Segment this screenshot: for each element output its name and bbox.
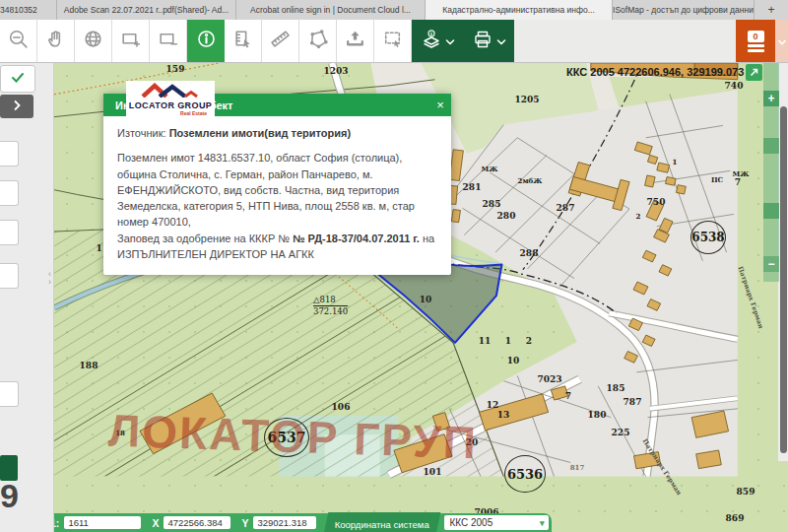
left-panel-partial: 9 ‹› <box>0 63 54 532</box>
x-value: 4722566.384 <box>167 517 222 528</box>
x-label: X <box>152 517 159 529</box>
map-toolbar: 0 <box>0 20 788 63</box>
zoom-out-icon <box>7 28 30 54</box>
y-label: Y <box>241 517 248 529</box>
panel-input-field[interactable] <box>0 141 19 166</box>
select-region-button[interactable] <box>374 20 412 62</box>
parcel-circle-label: 6536 <box>504 455 546 493</box>
source-value: Поземлени имоти(вид територия) <box>169 127 351 139</box>
cart-button[interactable]: 0 <box>736 20 775 62</box>
ruler-pointer-icon <box>231 28 254 54</box>
circle-text: 6536 <box>507 467 543 482</box>
identify-popup: Информация за обект × Източник: Поземлен… <box>103 94 451 275</box>
parcel-description: Поземлен имот 14831.6537.10, област Софи… <box>117 150 437 230</box>
polygon-icon <box>306 28 329 54</box>
new-tab-button[interactable]: + <box>755 0 788 20</box>
chevron-right-icon <box>13 98 21 115</box>
cart-bar-icon <box>748 49 764 52</box>
full-extent-button[interactable] <box>75 20 112 62</box>
zoom-in-box-button[interactable] <box>112 20 150 62</box>
scale-value: 1611 <box>68 517 88 528</box>
layers-dropdown-button[interactable] <box>412 20 463 62</box>
panel-collapse-handle[interactable]: ‹› <box>48 270 51 286</box>
scrollbar-thumb[interactable] <box>780 106 787 453</box>
measure-distance-button[interactable] <box>262 20 299 62</box>
roofs-icon <box>140 83 201 101</box>
panel-input-field[interactable] <box>0 263 19 289</box>
crs-label-chip: Координатна система <box>324 512 441 532</box>
zoom-out-box-button[interactable] <box>150 20 187 62</box>
ruler-icon <box>269 28 292 54</box>
browser-tab-bar: 34810352 Adobe Scan 22.07.2021 г..pdf(Sh… <box>0 0 788 20</box>
upload-icon <box>344 28 366 54</box>
chevron-down-icon: ▾ <box>540 518 545 528</box>
order-suffix: на <box>423 233 434 244</box>
browser-tab[interactable]: 34810352 <box>0 0 57 20</box>
side-control-button[interactable] <box>763 203 779 219</box>
tab-label: Acrobat online sign in | Document Cloud … <box>250 5 411 15</box>
panel-expand-button[interactable] <box>0 95 33 118</box>
measure-button[interactable] <box>225 20 262 62</box>
popup-body: Източник: Поземлени имоти(вид територия)… <box>103 116 451 275</box>
y-coordinate-input[interactable]: 329021.318 <box>253 516 316 529</box>
chevron-down-icon <box>777 33 787 50</box>
benchmark-id: 818 <box>320 295 336 304</box>
x-coordinate-input[interactable]: 4722566.384 <box>164 516 230 529</box>
panel-input-field[interactable] <box>0 381 19 407</box>
tab-label: 34810352 <box>0 5 37 15</box>
locator-group-logo: LOCATOR GROUP Real Estate <box>126 81 215 117</box>
globe-icon <box>82 28 104 54</box>
pan-button[interactable] <box>37 20 75 62</box>
order-prefix: Заповед за одобрение на КККР № <box>117 233 290 244</box>
hand-icon <box>44 28 67 54</box>
parcel-circle-label: 6538 <box>690 221 726 254</box>
upload-button[interactable] <box>337 20 374 62</box>
logo-tagline: Real Estate <box>180 110 207 116</box>
printer-icon <box>472 29 493 54</box>
zoom-out-button[interactable] <box>0 20 37 62</box>
approval-order-line: Заповед за одобрение на КККР № № РД-18-3… <box>117 231 437 246</box>
survey-benchmark: △818 372.140 <box>313 295 348 316</box>
cart-count-badge: 0 <box>748 31 764 42</box>
director-line: ИЗПЪЛНИТЕЛЕН ДИРЕКТОР НА АГКК <box>117 246 437 262</box>
toolbar-spacer <box>514 20 736 62</box>
identify-button[interactable] <box>187 20 225 62</box>
cursor-coordinates-readout: ККС 2005 4722606.946, 329199.073 <box>566 66 742 78</box>
browser-tab[interactable]: Acrobat online sign in | Document Cloud … <box>236 0 426 20</box>
tab-label: Adobe Scan 22.07.2021 г..pdf(Shared)- Ad… <box>64 5 229 15</box>
panel-input-field[interactable] <box>0 220 19 245</box>
logo-name: LOCATOR GROUP <box>129 101 212 110</box>
crs-select[interactable]: ККС 2005 ▾ <box>444 515 549 530</box>
close-icon[interactable]: × <box>429 98 451 112</box>
chevron-down-icon <box>445 33 455 50</box>
layers-icon <box>421 29 442 54</box>
tab-label: ISofMap - достъп до цифрови данни <box>613 5 754 15</box>
zoom-minus-button[interactable]: − <box>763 256 779 272</box>
expand-arrow-icon <box>749 64 759 82</box>
chevron-down-icon <box>496 33 506 50</box>
side-control-button[interactable] <box>763 138 779 154</box>
panel-input-field[interactable] <box>0 180 19 206</box>
expand-map-button[interactable] <box>746 64 762 81</box>
cart-expand-chevron[interactable] <box>775 20 788 62</box>
dashed-select-icon <box>381 28 404 54</box>
order-number: № РД-18-37/04.07.2011 г. <box>293 233 420 244</box>
map-side-controls: + − <box>763 63 779 282</box>
zoom-plus-button[interactable]: + <box>763 91 779 106</box>
browser-tab[interactable]: Adobe Scan 22.07.2021 г..pdf(Shared)- Ad… <box>57 0 236 20</box>
browser-tab[interactable]: ISofMap - достъп до цифрови данни <box>613 0 755 20</box>
info-icon <box>195 28 218 54</box>
benchmark-elevation: 372.140 <box>313 306 348 316</box>
crs-value: ККС 2005 <box>449 517 492 528</box>
cart-bar-icon <box>748 44 764 47</box>
map-status-bar: Мащаб 1: 1611 X 4722566.384 Y 329021.318… <box>0 513 552 532</box>
print-dropdown-button[interactable] <box>463 20 514 62</box>
scale-input[interactable]: 1611 <box>64 516 141 529</box>
panel-partial-text: 9 <box>0 477 19 515</box>
crs-label: Координатна система <box>335 519 429 530</box>
rect-plus-icon <box>119 28 142 54</box>
browser-tab-active[interactable]: Кадастрално-административна инфо... <box>426 0 613 20</box>
measure-area-button[interactable] <box>299 20 337 62</box>
check-icon <box>11 70 25 88</box>
panel-confirm-button[interactable] <box>0 65 35 93</box>
